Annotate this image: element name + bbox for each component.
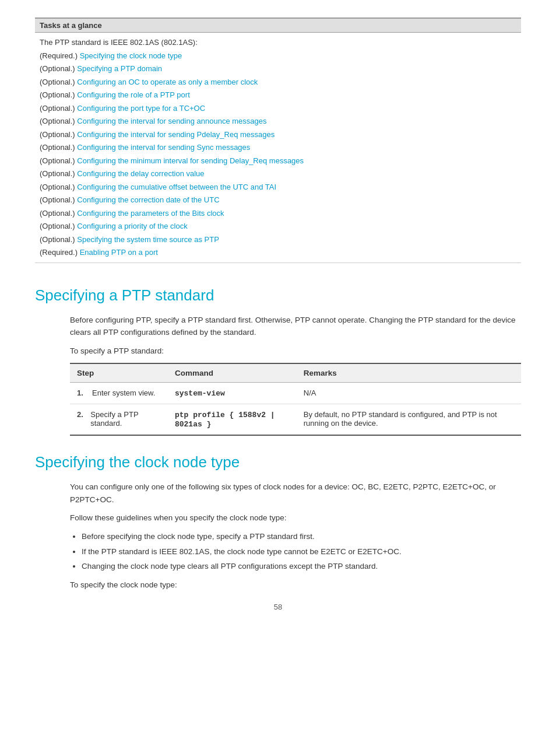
task-link-9[interactable]: Configuring the delay correction value	[77, 169, 204, 178]
task-prefix-11: (Optional.)	[40, 195, 75, 204]
task-link-2[interactable]: Configuring an OC to operate as only a m…	[77, 78, 258, 86]
task-item-3: (Optional.) Configuring the role of a PT…	[40, 89, 516, 101]
task-item-2: (Optional.) Configuring an OC to operate…	[40, 76, 516, 88]
bullet-item-0: Before specifying the clock node type, s…	[82, 530, 521, 543]
row1-num: 1.	[77, 388, 89, 397]
task-link-8[interactable]: Configuring the minimum interval for sen…	[77, 156, 304, 165]
task-item-8: (Optional.) Configuring the minimum inte…	[40, 155, 516, 167]
task-prefix-5: (Optional.)	[40, 117, 75, 125]
task-prefix-0: (Required.)	[40, 51, 78, 60]
task-prefix-12: (Optional.)	[40, 209, 75, 218]
task-link-6[interactable]: Configuring the interval for sending Pde…	[77, 130, 275, 139]
task-link-13[interactable]: Configuring a priority of the clock	[77, 222, 187, 230]
task-item-10: (Optional.) Configuring the cumulative o…	[40, 181, 516, 193]
task-link-14[interactable]: Specifying the system time source as PTP	[77, 235, 219, 244]
row1-command: system-view	[168, 383, 297, 404]
row2-num: 2.	[77, 410, 87, 428]
row1-step: 1. Enter system view.	[70, 383, 168, 404]
task-link-3[interactable]: Configuring the role of a PTP port	[77, 90, 189, 99]
task-item-12: (Optional.) Configuring the parameters o…	[40, 208, 516, 219]
task-item-0: (Required.) Specifying the clock node ty…	[40, 50, 516, 62]
task-prefix-3: (Optional.)	[40, 90, 75, 99]
task-link-10[interactable]: Configuring the cumulative offset betwee…	[77, 183, 276, 191]
section1-title: Specifying a PTP standard	[35, 286, 521, 304]
table-row: 2. Specify a PTP standard. ptp profile {…	[70, 404, 521, 436]
task-link-15[interactable]: Enabling PTP on a port	[80, 248, 158, 257]
row2-cmd-text: ptp profile { 1588v2 | 8021as }	[175, 411, 275, 429]
task-item-4: (Optional.) Configuring the port type fo…	[40, 103, 516, 114]
task-item-14: (Optional.) Specifying the system time s…	[40, 234, 516, 246]
task-link-0[interactable]: Specifying the clock node type	[80, 51, 182, 60]
tasks-content: The PTP standard is IEEE 802.1AS (802.1A…	[35, 33, 521, 263]
col-command: Command	[168, 363, 297, 383]
col-remarks: Remarks	[297, 363, 521, 383]
task-prefix-15: (Required.)	[40, 248, 78, 257]
page-number: 58	[35, 603, 521, 611]
section2-para3: To specify the clock node type:	[70, 579, 521, 592]
task-item-5: (Optional.) Configuring the interval for…	[40, 116, 516, 127]
task-item-15: (Required.) Enabling PTP on a port	[40, 247, 516, 258]
task-item-9: (Optional.) Configuring the delay correc…	[40, 168, 516, 180]
row2-remarks: By default, no PTP standard is configure…	[297, 404, 521, 436]
task-prefix-13: (Optional.)	[40, 222, 75, 230]
task-link-5[interactable]: Configuring the interval for sending ann…	[77, 117, 266, 125]
task-prefix-6: (Optional.)	[40, 130, 75, 139]
section2-title: Specifying the clock node type	[35, 453, 521, 471]
task-item-1: (Optional.) Specifying a PTP domain	[40, 63, 516, 75]
task-item-11: (Optional.) Configuring the correction d…	[40, 194, 516, 206]
page-container: Tasks at a glance The PTP standard is IE…	[0, 0, 556, 629]
task-link-7[interactable]: Configuring the interval for sending Syn…	[77, 143, 250, 152]
row1-remarks: N/A	[297, 383, 521, 404]
task-item-6: (Optional.) Configuring the interval for…	[40, 129, 516, 141]
section2-para2: Follow these guidelines when you specify…	[70, 512, 521, 524]
task-prefix-10: (Optional.)	[40, 183, 75, 191]
table-row: 1. Enter system view. system-view N/A	[70, 383, 521, 404]
section1-cmd-table: Step Command Remarks 1. Enter system vie…	[70, 363, 521, 436]
task-link-1[interactable]: Specifying a PTP domain	[77, 64, 162, 73]
row2-command: ptp profile { 1588v2 | 8021as }	[168, 404, 297, 436]
row2-step-text: Specify a PTP standard.	[90, 410, 161, 428]
task-prefix-1: (Optional.)	[40, 64, 75, 73]
tasks-table: Tasks at a glance The PTP standard is IE…	[35, 18, 521, 263]
tasks-header: Tasks at a glance	[35, 18, 521, 33]
section1-body: Before configuring PTP, specify a PTP st…	[70, 314, 521, 436]
row2-step: 2. Specify a PTP standard.	[70, 404, 168, 436]
section2-body: You can configure only one of the follow…	[70, 481, 521, 591]
bullet-item-1: If the PTP standard is IEEE 802.1AS, the…	[82, 545, 521, 558]
task-prefix-7: (Optional.)	[40, 143, 75, 152]
task-link-11[interactable]: Configuring the correction date of the U…	[77, 195, 219, 204]
task-prefix-8: (Optional.)	[40, 156, 75, 165]
task-link-4[interactable]: Configuring the port type for a TC+OC	[77, 104, 205, 113]
bullet-item-2: Changing the clock node type clears all …	[82, 560, 521, 573]
tasks-intro: The PTP standard is IEEE 802.1AS (802.1A…	[40, 37, 516, 48]
section1-para1: Before configuring PTP, specify a PTP st…	[70, 314, 521, 339]
section1-para2: To specify a PTP standard:	[70, 345, 521, 358]
section2-bullet-list: Before specifying the clock node type, s…	[82, 530, 521, 573]
row1-cmd-text: system-view	[175, 389, 225, 398]
task-prefix-9: (Optional.)	[40, 169, 75, 178]
task-prefix-4: (Optional.)	[40, 104, 75, 113]
section2-para1: You can configure only one of the follow…	[70, 481, 521, 506]
col-step: Step	[70, 363, 168, 383]
task-item-13: (Optional.) Configuring a priority of th…	[40, 220, 516, 232]
task-prefix-2: (Optional.)	[40, 78, 75, 86]
task-link-12[interactable]: Configuring the parameters of the Bits c…	[77, 209, 224, 218]
row1-step-text: Enter system view.	[92, 388, 155, 397]
task-item-7: (Optional.) Configuring the interval for…	[40, 142, 516, 153]
task-prefix-14: (Optional.)	[40, 235, 75, 244]
